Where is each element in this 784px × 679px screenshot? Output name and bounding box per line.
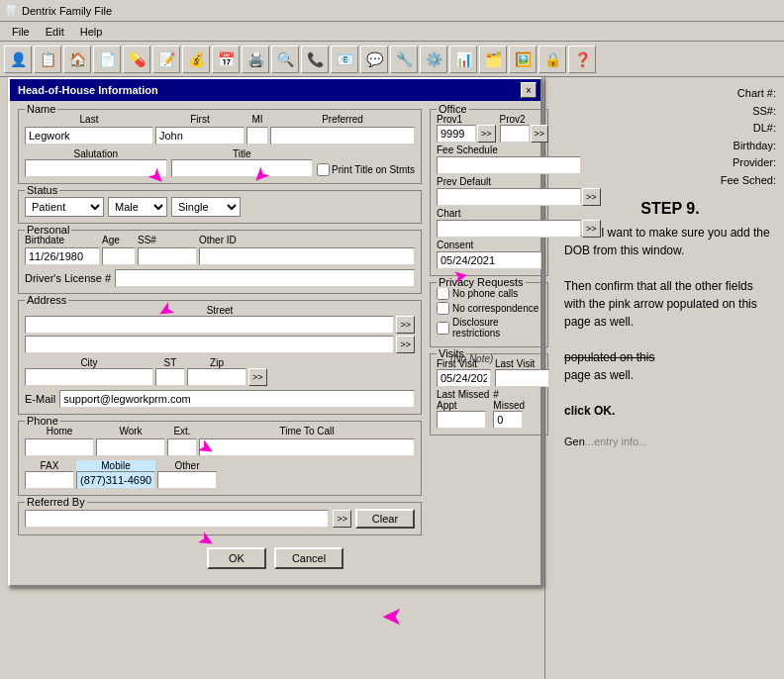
toolbar-btn-4[interactable]: 📄 [93,46,121,73]
time-to-call-header: Time To Call [199,426,415,436]
last-missed-appt-input[interactable] [437,411,486,429]
referred-by-arrow-btn[interactable]: >> [333,510,351,528]
gender-select[interactable]: Male Female [108,197,167,217]
prov2-input[interactable] [500,125,530,143]
drivers-license-input[interactable] [115,269,415,287]
toolbar-btn-18[interactable]: 🖼️ [509,46,537,73]
fee-schedule-input[interactable] [437,156,581,174]
prov1-arrow-btn[interactable]: >> [477,125,496,143]
mi-input[interactable] [246,127,268,145]
title-label: Title [171,148,314,159]
toolbar-btn-9[interactable]: 🖨️ [242,46,269,73]
street1-input[interactable] [25,316,394,334]
last-visit-input[interactable] [495,369,549,387]
first-visit-input[interactable] [437,369,491,387]
toolbar-btn-1[interactable]: 👤 [4,46,32,73]
prev-default-arrow-btn[interactable]: >> [582,188,601,206]
print-title-checkbox[interactable] [317,163,330,176]
zip-input[interactable] [187,368,246,386]
last-name-input[interactable] [25,127,153,145]
ok-button[interactable]: OK [207,547,266,569]
street-header: Street [25,305,415,316]
referred-by-input[interactable] [25,510,329,528]
toolbar-btn-10[interactable]: 🔍 [271,46,299,73]
main-layout: Name Last First MI Preferred [18,109,533,541]
salutation-input[interactable] [25,159,167,177]
toolbar-btn-16[interactable]: 📊 [449,46,477,73]
email-input[interactable] [59,390,415,408]
time-to-call-input[interactable] [199,438,415,456]
head-of-house-dialog: Head-of-House Information × Name Last Fi… [8,77,542,587]
other-id-input[interactable] [199,247,415,265]
patient-status-select[interactable]: Patient Non-Patient Inactive [25,197,104,217]
street2-arrow-btn[interactable]: >> [396,336,415,353]
last-label: Last [25,114,153,125]
toolbar-btn-11[interactable]: 📞 [301,46,329,73]
street-arrow-btn[interactable]: >> [396,316,415,334]
menu-edit[interactable]: Edit [38,24,72,40]
fee-sched-label: Fee Sched: [564,172,776,190]
visits-group-label: Visits [437,347,466,359]
address-group-label: Address [25,294,68,306]
toolbar-btn-17[interactable]: 🗂️ [479,46,507,73]
toolbar-btn-5[interactable]: 💊 [123,46,150,73]
toolbar-btn-20[interactable]: ❓ [568,46,596,73]
toolbar-btn-15[interactable]: ⚙️ [420,46,447,73]
ss-input[interactable] [138,247,197,265]
title-input[interactable] [171,159,314,177]
toolbar-btn-12[interactable]: 📧 [331,46,358,73]
chart-info: Chart #: SS#: DL#: Birthday: Provider: F… [564,85,776,190]
no-phone-checkbox[interactable] [437,287,449,300]
no-correspondence-checkbox[interactable] [437,302,449,315]
toolbar-btn-2[interactable]: 📋 [34,46,61,73]
fax-input[interactable] [25,471,74,489]
zip-arrow-btn[interactable]: >> [248,368,267,386]
toolbar-btn-8[interactable]: 📅 [212,46,240,73]
referred-by-clear-btn[interactable]: Clear [355,509,415,529]
toolbar-btn-19[interactable]: 🔒 [539,46,566,73]
ext-header: Ext. [167,426,197,436]
age-input[interactable] [102,247,136,265]
mobile-input[interactable] [76,471,155,489]
chart-arrow-btn[interactable]: >> [582,220,601,238]
app-title: Dentrix Family File [22,5,112,17]
toolbar-btn-6[interactable]: 📝 [152,46,180,73]
birthdate-input[interactable] [25,247,100,265]
age-header: Age [102,235,136,245]
ext-input[interactable] [167,438,197,456]
prev-default-input[interactable] [437,188,581,206]
cancel-button[interactable]: Cancel [274,547,343,569]
toolbar-btn-3[interactable]: 🏠 [63,46,91,73]
fee-schedule-label: Fee Schedule [437,145,541,155]
toolbar-btn-7[interactable]: 💰 [182,46,210,73]
personal-group: Personal Birthdate Age SS# Other ID [18,230,422,294]
menu-help[interactable]: Help [72,24,111,40]
print-title-label: Print Title on Stmts [332,164,415,175]
state-header: ST [155,357,185,368]
dialog-close-button[interactable]: × [521,82,537,98]
prov2-arrow-btn[interactable]: >> [531,125,549,143]
prov1-input[interactable] [437,125,476,143]
state-input[interactable] [155,368,185,386]
marital-select[interactable]: Single Married Divorced Widowed [171,197,241,217]
left-section: Name Last First MI Preferred [18,109,422,541]
privacy-group: Privacy Requests No phone calls No corre… [430,282,548,347]
chart-input[interactable] [437,220,581,238]
first-name-input[interactable] [155,127,245,145]
street2-input[interactable] [25,336,394,353]
toolbar-btn-13[interactable]: 💬 [360,46,388,73]
office-group: Office Prov1 >> Prov2 [430,109,548,276]
toolbar-btn-14[interactable]: 🔧 [390,46,418,73]
disclosure-checkbox[interactable] [437,322,449,335]
num-missed-input[interactable] [493,411,523,429]
other-phone-input[interactable] [157,471,217,489]
menu-file[interactable]: File [4,24,38,40]
work-phone-input[interactable] [96,438,165,456]
city-input[interactable] [25,368,153,386]
preferred-input[interactable] [270,127,415,145]
consent-input[interactable] [437,251,541,269]
home-phone-input[interactable] [25,438,94,456]
mobile-header: Mobile [76,460,155,471]
visits-group: Visits First Visit Last Visit [430,353,548,436]
office-group-label: Office [437,103,469,115]
